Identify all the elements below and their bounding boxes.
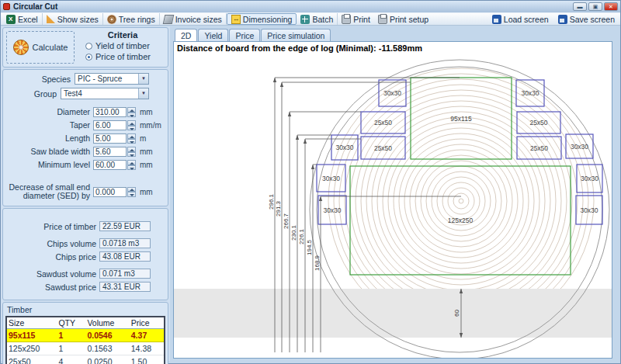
chevron-down-icon[interactable]: ▼ <box>138 88 148 99</box>
field-input[interactable]: 5.60 <box>93 147 127 157</box>
group-select[interactable]: Test4 ▼ <box>61 88 149 99</box>
table-row[interactable]: 125x25010.156314.38 <box>6 342 165 355</box>
spin-down-icon[interactable] <box>127 152 136 158</box>
toolbar-batch-button[interactable]: Batch <box>297 13 338 25</box>
toolbar-excel-button[interactable]: Excel <box>2 13 43 25</box>
field-row-0: Diameter310.00mm <box>6 107 165 117</box>
group-label: Group <box>6 89 61 99</box>
board-label: 30x30 <box>581 175 598 182</box>
tab-price[interactable]: Price <box>229 29 260 41</box>
load-disk-icon <box>492 15 501 24</box>
tab-2d[interactable]: 2D <box>175 29 197 41</box>
field-input[interactable]: 6.00 <box>93 120 127 130</box>
field-unit: mm <box>136 188 153 196</box>
radio-icon[interactable] <box>85 43 92 50</box>
field-input[interactable]: 0.000 <box>93 187 127 197</box>
spinner[interactable] <box>127 147 136 157</box>
spinner[interactable] <box>127 120 136 130</box>
table-cell: 0.1563 <box>85 342 129 355</box>
save-screen-button[interactable]: Save screen <box>554 13 619 25</box>
saw-blade-icon <box>13 40 29 55</box>
toolbar-print-setup-button[interactable]: Print setup <box>374 13 432 25</box>
table-cell: 14.38 <box>130 342 165 355</box>
toolbar-print-button[interactable]: Print <box>338 13 374 25</box>
table-row[interactable]: 25x5040.02501.50 <box>6 355 165 364</box>
excel-icon <box>6 15 16 24</box>
dim-label: 266.7 <box>283 213 290 229</box>
board-label: 25x50 <box>374 119 392 127</box>
spin-down-icon[interactable] <box>127 139 136 144</box>
board-label: 30x30 <box>580 206 598 214</box>
log-cross-section-diagram: 30x3095x11530x3025x5025x5030x3025x5025x5… <box>174 42 612 358</box>
toolbar-invoice-sizes-button[interactable]: Invoice sizes <box>160 13 227 25</box>
dim-label: 168.9 <box>314 255 321 271</box>
board-label: 25x50 <box>530 144 548 152</box>
tab-yield[interactable]: Yield <box>198 29 228 41</box>
minimize-button[interactable]: ▬ <box>573 2 587 11</box>
spin-down-icon[interactable] <box>127 126 136 131</box>
field-row-5: Decrease of small end diameter (SED) by0… <box>6 183 165 200</box>
load-screen-button[interactable]: Load screen <box>488 13 553 25</box>
board-label: 125x250 <box>448 217 474 224</box>
field-input[interactable]: 310.00 <box>93 107 127 117</box>
total-value: 43.31 EUR <box>99 282 151 292</box>
criteria-title: Criteria <box>78 30 168 40</box>
close-button[interactable]: ✕ <box>604 2 618 11</box>
printer-setup-icon <box>378 15 387 24</box>
radio-yield-of-timber[interactable]: Yield of timber <box>85 41 168 50</box>
chevron-down-icon[interactable]: ▼ <box>138 74 148 84</box>
toolbar-tree-rings-button[interactable]: Tree rings <box>103 13 160 25</box>
table-cell: 25x50 <box>6 355 57 364</box>
dim-arrow-icon <box>288 112 291 116</box>
field-input[interactable]: 5.00 <box>93 133 127 144</box>
toolbar-show-sizes-button[interactable]: Show sizes <box>43 13 103 25</box>
spin-down-icon[interactable] <box>127 192 136 197</box>
maximize-button[interactable]: ▣ <box>588 2 602 11</box>
table-cell: 0.0250 <box>85 355 129 364</box>
species-select[interactable]: PIC - Spruce ▼ <box>75 73 149 85</box>
invoice-icon <box>162 15 174 24</box>
sidebar: Calculate Criteria Yield of timber Price… <box>1 26 170 361</box>
total-value: 43.08 EUR <box>99 251 151 262</box>
dim-label: 194.5 <box>306 239 313 255</box>
diagram-canvas: Distance of board from the edge of log (… <box>173 41 612 359</box>
distance-header: Distance of board from the edge of log (… <box>177 43 422 53</box>
calculate-button[interactable]: Calculate <box>6 31 75 64</box>
spinner[interactable] <box>127 133 136 144</box>
spin-down-icon[interactable] <box>127 165 136 171</box>
total-label: Sawdust price <box>6 283 99 292</box>
spinner[interactable] <box>127 107 136 117</box>
radio-selected-icon[interactable] <box>85 54 92 61</box>
total-label: Chips price <box>6 252 99 262</box>
board-label: 30x30 <box>383 89 401 97</box>
spinner[interactable] <box>127 187 136 197</box>
table-header[interactable]: QTY <box>57 317 85 329</box>
board-label: 25x50 <box>374 144 392 152</box>
board-label: 30x30 <box>335 144 353 151</box>
tab-price-simulation[interactable]: Price simulation <box>261 29 331 41</box>
table-row[interactable]: 95x11510.05464.37 <box>6 329 165 342</box>
table-cell: 1 <box>57 329 85 342</box>
spinner[interactable] <box>127 160 136 170</box>
spin-down-icon[interactable] <box>127 113 136 118</box>
app-icon <box>3 3 10 10</box>
toolbar-dimensioning-button[interactable]: Dimensioning <box>227 13 297 25</box>
window-title: Circular Cut <box>13 2 57 11</box>
table-header[interactable]: Price <box>130 317 165 329</box>
dim-label: 226.1 <box>298 228 305 244</box>
dim-arrow-icon <box>280 82 283 87</box>
table-header[interactable]: Size <box>6 317 57 329</box>
board-label: 25x50 <box>529 119 547 127</box>
calculate-label: Calculate <box>33 43 68 52</box>
field-input[interactable]: 60.00 <box>93 160 127 170</box>
table-header[interactable]: Volume <box>85 317 129 329</box>
dimensioning-icon <box>231 15 241 24</box>
tree-rings-icon <box>107 15 116 24</box>
dim-arrow-icon <box>296 135 299 140</box>
app-window: Circular Cut ▬ ▣ ✕ Excel Show sizes Tree… <box>0 0 621 364</box>
radio-price-of-timber[interactable]: Price of timber <box>85 52 168 61</box>
total-row-1: Price of timber22.59 EUR <box>6 221 165 231</box>
table-cell: 125x250 <box>6 342 57 355</box>
timber-group-title: Timber <box>5 304 165 316</box>
table-cell: 0.0546 <box>85 329 129 342</box>
